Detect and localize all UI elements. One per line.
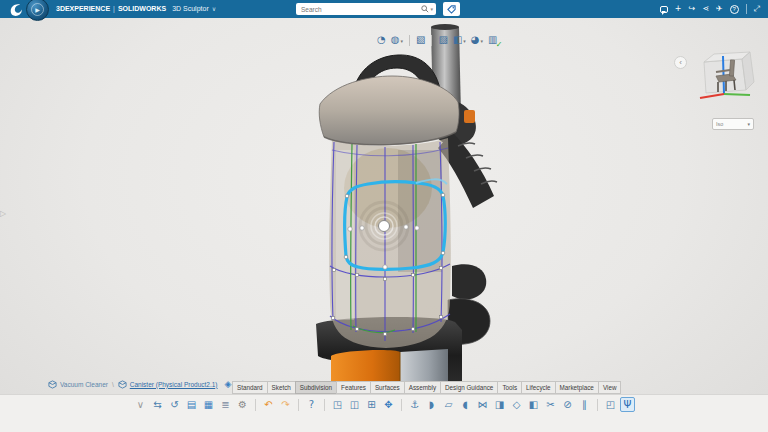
tags-button[interactable] bbox=[443, 2, 460, 16]
split-face-icon[interactable]: ▱ bbox=[441, 397, 456, 412]
primitive-box-icon[interactable]: ⊞ bbox=[364, 397, 379, 412]
breadcrumb-root[interactable]: Vacuum Cleaner bbox=[60, 381, 108, 388]
section-view-icon[interactable]: ▧ bbox=[415, 34, 426, 46]
tab-design-guidance[interactable]: Design Guidance bbox=[440, 381, 498, 394]
expand-left-panel-button[interactable]: ▷ bbox=[0, 205, 11, 221]
knife-split-icon[interactable]: ✂ bbox=[543, 397, 558, 412]
symmetry-icon-dropdown[interactable]: ▾ bbox=[481, 38, 484, 44]
fill-face-icon[interactable]: ◖ bbox=[458, 397, 473, 412]
search-icon[interactable] bbox=[421, 5, 429, 13]
breadcrumb-separator: \ bbox=[112, 381, 114, 388]
canister-cap[interactable] bbox=[319, 76, 459, 145]
ribbon-tabs: Standard Sketch Subdivision Features Sur… bbox=[233, 381, 621, 394]
tab-tools[interactable]: Tools bbox=[497, 381, 522, 394]
comment-icon[interactable] bbox=[660, 6, 668, 13]
chevron-down-icon: ▾ bbox=[747, 121, 750, 127]
brand-titles: 3DEXPERIENCE|SOLIDWORKS3D Sculptor∨ bbox=[56, 5, 216, 12]
collapse-toolbar-chevron[interactable]: ∨ bbox=[133, 397, 148, 412]
tab-subdivision[interactable]: Subdivision bbox=[295, 381, 337, 394]
3ds-compass-logo[interactable] bbox=[8, 2, 23, 16]
properties-icon[interactable]: ≣ bbox=[218, 397, 233, 412]
view-triad[interactable] bbox=[688, 48, 764, 114]
platform-icons: + ↪ ⋖ ✈ ? ⤢ bbox=[660, 0, 760, 18]
tag-icon bbox=[447, 5, 456, 14]
help-icon[interactable]: ? bbox=[730, 5, 739, 14]
breadcrumb: Vacuum Cleaner \ Canister (Physical Prod… bbox=[48, 377, 255, 391]
confirm-check-icon: ✓ bbox=[496, 41, 503, 49]
view-selector-value: Iso bbox=[716, 121, 723, 127]
flag-face-icon[interactable]: ◨ bbox=[492, 397, 507, 412]
render-style-icon-dropdown[interactable]: ▾ bbox=[400, 38, 403, 44]
bridge-faces-icon[interactable]: ⋈ bbox=[475, 397, 490, 412]
app-icon-3d-sculptor[interactable]: ▶ bbox=[26, 0, 49, 21]
convert-sketch-icon[interactable]: ◳ bbox=[330, 397, 345, 412]
convert-to-brep-icon[interactable]: ◰ bbox=[603, 397, 618, 412]
history-icon[interactable]: ↺ bbox=[167, 397, 182, 412]
app-switcher-chevron[interactable]: ∨ bbox=[212, 6, 216, 12]
search-scope-chevron[interactable]: ▾ bbox=[430, 6, 433, 12]
search-input[interactable] bbox=[299, 5, 420, 14]
fullscreen-icon[interactable]: ⤢ bbox=[754, 5, 760, 13]
canister-latch-upper[interactable] bbox=[452, 264, 486, 300]
box-mode-icon[interactable]: ◧ bbox=[526, 397, 541, 412]
share-network-icon[interactable]: ⋖ bbox=[702, 5, 709, 13]
remove-loop-icon[interactable]: ⊘ bbox=[560, 397, 575, 412]
tab-standard[interactable]: Standard bbox=[232, 381, 268, 394]
action-bar-icons: ∨⇆↺▤▦≣⚙↶↷?◳◫⊞✥⚓◗▱◖⋈◨◇◧✂⊘∥◰Ψ bbox=[133, 395, 635, 414]
primitive-insert-icon-dropdown[interactable]: ▾ bbox=[463, 38, 466, 44]
toolbar-separator bbox=[431, 35, 432, 46]
search-box: ▾ bbox=[296, 3, 436, 15]
rotate-cage-icon[interactable]: ◇ bbox=[509, 397, 524, 412]
action-bar: ∨⇆↺▤▦≣⚙↶↷?◳◫⊞✥⚓◗▱◖⋈◨◇◧✂⊘∥◰Ψ bbox=[0, 394, 768, 432]
brand-solidworks: SOLIDWORKS bbox=[118, 5, 166, 12]
symmetry-icon[interactable]: ◕▾ bbox=[470, 34, 484, 46]
collapse-view-tools-button[interactable]: ‹ bbox=[674, 56, 687, 69]
primitive-insert-icon[interactable]: ◧▾ bbox=[452, 34, 467, 46]
subdivision-mode-icon[interactable]: Ψ bbox=[620, 397, 635, 412]
tab-sketch[interactable]: Sketch bbox=[267, 381, 296, 394]
add-icon[interactable]: + bbox=[675, 5, 682, 13]
vacuum-cleaner-model[interactable] bbox=[0, 18, 768, 432]
app-window: ◔◍▾▧▨◧▾◕▾▥✓ ‹ bbox=[0, 0, 768, 432]
help-icon[interactable]: ? bbox=[304, 397, 319, 412]
skew-icon[interactable]: ∥ bbox=[577, 397, 592, 412]
render-style-icon[interactable]: ◍▾ bbox=[390, 34, 404, 46]
share-icon[interactable]: ⇆ bbox=[150, 397, 165, 412]
tab-lifecycle[interactable]: Lifecycle bbox=[521, 381, 556, 394]
redo-icon[interactable]: ↷ bbox=[278, 397, 293, 412]
topbar-divider bbox=[746, 4, 747, 14]
toolbar-separator bbox=[324, 399, 325, 411]
tab-assembly[interactable]: Assembly bbox=[404, 381, 441, 394]
share-icon[interactable]: ↪ bbox=[688, 5, 695, 13]
hose-latch-orange[interactable] bbox=[464, 110, 475, 123]
edit-cage-icon[interactable]: ▨ bbox=[437, 34, 448, 46]
toolbar-separator bbox=[401, 399, 402, 411]
toolbar-separator bbox=[298, 399, 299, 411]
3d-viewport[interactable]: ◔◍▾▧▨◧▾◕▾▥✓ ‹ bbox=[0, 18, 768, 432]
tab-marketplace[interactable]: Marketplace bbox=[555, 381, 599, 394]
exit-subdivision-icon[interactable]: ▥✓ bbox=[487, 34, 498, 46]
center-of-mass-icon[interactable]: ⚓ bbox=[407, 397, 422, 412]
toolbar-separator bbox=[255, 399, 256, 411]
undo-icon[interactable]: ↶ bbox=[261, 397, 276, 412]
toolbar-separator bbox=[597, 399, 598, 411]
play-icon: ▶ bbox=[31, 3, 44, 16]
app-name[interactable]: 3D Sculptor bbox=[172, 5, 209, 12]
tab-view[interactable]: View bbox=[598, 381, 622, 394]
move-element-icon[interactable]: ✥ bbox=[381, 397, 396, 412]
tab-features[interactable]: Features bbox=[336, 381, 371, 394]
display-quality-icon[interactable]: ◔ bbox=[376, 34, 387, 46]
extrude-face-icon[interactable]: ◗ bbox=[424, 397, 439, 412]
save-icon[interactable]: ▤ bbox=[184, 397, 199, 412]
settings-gear-icon[interactable]: ⚙ bbox=[235, 397, 250, 412]
tab-surfaces[interactable]: Surfaces bbox=[370, 381, 405, 394]
product-cube-icon bbox=[118, 380, 127, 389]
brand-divider: | bbox=[113, 5, 115, 12]
save-with-options-icon[interactable]: ▦ bbox=[201, 397, 216, 412]
view-selector-dropdown[interactable]: Iso ▾ bbox=[712, 118, 754, 130]
breadcrumb-current-link[interactable]: Canister (Physical Product2.1) bbox=[130, 381, 218, 388]
whats-new-icon[interactable]: ✈ bbox=[716, 5, 723, 13]
primitive-cylinder-icon[interactable]: ◫ bbox=[347, 397, 362, 412]
display-states-icon[interactable]: ◈ bbox=[225, 379, 232, 389]
toolbar-separator bbox=[409, 35, 410, 46]
